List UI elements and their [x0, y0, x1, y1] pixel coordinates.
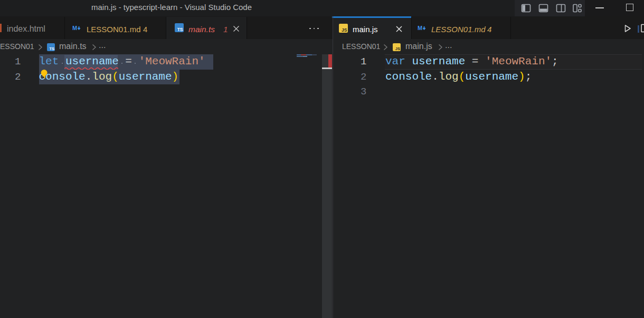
- svg-text:M: M: [72, 25, 77, 31]
- svg-text:M: M: [418, 25, 422, 31]
